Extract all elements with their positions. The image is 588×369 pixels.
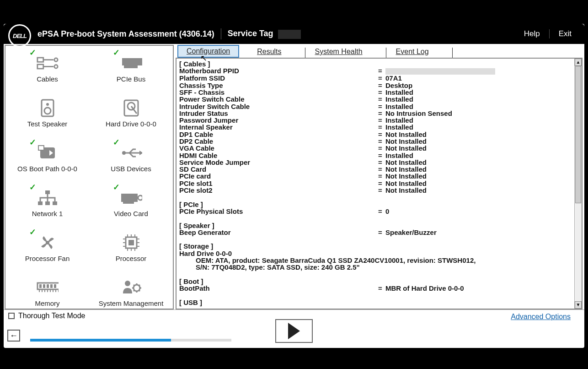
progress-fill <box>30 339 171 342</box>
config-row: VGA Cable= Not Installed <box>179 145 579 152</box>
device-cables[interactable]: ✓Cables <box>5 46 89 91</box>
svg-rect-18 <box>121 194 138 202</box>
config-label: Intruder Switch Cable <box>179 103 378 110</box>
scroll-down-icon[interactable]: ▼ <box>575 301 582 309</box>
config-label: DP2 Cable <box>179 138 378 145</box>
cpu-icon <box>120 233 142 252</box>
config-value: Not Installed <box>385 187 579 194</box>
config-value: Not Installed <box>385 180 579 187</box>
device-processor[interactable]: Processor <box>89 225 173 270</box>
config-value: Installed <box>385 103 579 110</box>
service-tag-value <box>278 30 301 39</box>
checkmark-icon: ✓ <box>113 137 120 147</box>
back-button[interactable]: ← <box>7 330 20 342</box>
scroll-up-icon[interactable]: ▲ <box>575 59 582 66</box>
configuration-text-area: [ Cables ]Motherboard PPID= Platform SSI… <box>176 58 583 309</box>
device-usb-devices[interactable]: ✓USB Devices <box>89 136 173 180</box>
config-label: Beep Generator <box>179 229 378 236</box>
config-label: PCIe Physical Slots <box>179 208 378 215</box>
device-pcie-bus[interactable]: ✓PCIe Bus <box>89 46 173 91</box>
fan-icon <box>37 233 59 252</box>
svg-rect-17 <box>53 201 57 205</box>
config-label: BootPath <box>179 285 378 292</box>
config-row: DP2 Cable= Not Installed <box>179 138 579 145</box>
svg-rect-20 <box>123 202 134 204</box>
config-section-title: [ Boot ] <box>179 278 579 285</box>
network-icon <box>37 189 59 207</box>
config-label: Internal Speaker <box>179 124 378 130</box>
device-video-card[interactable]: ✓Video Card <box>89 180 173 225</box>
device-label: Memory <box>35 299 59 307</box>
config-row: Intruder Switch Cable= Installed <box>179 103 579 110</box>
dell-logo-icon: DELL <box>8 24 31 47</box>
tab-event-log[interactable]: Event Log <box>387 46 438 58</box>
checkmark-icon: ✓ <box>29 48 36 58</box>
advanced-options-link[interactable]: Advanced Options <box>511 313 571 321</box>
svg-point-3 <box>54 65 57 68</box>
config-value: No Intrusion Sensed <box>385 110 579 117</box>
config-value: Not Installed <box>385 159 579 166</box>
device-os-boot-path-0-0-0[interactable]: ✓OS Boot Path 0-0-0 <box>5 136 89 180</box>
device-label: Network 1 <box>32 210 63 217</box>
svg-rect-4 <box>122 58 142 65</box>
device-processor-fan[interactable]: ✓Processor Fan <box>5 225 89 270</box>
svg-rect-5 <box>124 65 138 68</box>
detail-panel: Configuration Results System Health Even… <box>176 45 583 309</box>
config-value: Not Installed <box>385 138 579 145</box>
config-row: Beep Generator= Speaker/Buzzer <box>179 229 579 236</box>
checkmark-icon: ✓ <box>29 227 36 237</box>
device-label: USB Devices <box>111 165 151 173</box>
config-row: Service Mode Jumper= Not Installed <box>179 159 579 166</box>
config-label: SD Card <box>179 166 378 173</box>
config-section-title: [ USB ] <box>179 299 579 306</box>
config-row: Internal Speaker= Installed <box>179 124 579 130</box>
progress-bar <box>30 339 231 342</box>
scrollbar[interactable]: ▲ ▼ <box>574 59 582 309</box>
config-label: PCIe card <box>179 173 378 179</box>
tab-configuration[interactable]: Configuration <box>177 45 239 58</box>
config-row: DP1 Cable= Not Installed <box>179 131 579 138</box>
config-value: Installed <box>385 96 579 103</box>
config-freeform-line: Hard Drive 0-0-0 <box>179 250 579 257</box>
svg-point-30 <box>125 281 130 286</box>
svg-point-7 <box>46 103 49 106</box>
scroll-thumb[interactable] <box>575 66 581 203</box>
device-network-1[interactable]: ✓Network 1 <box>5 180 89 225</box>
tab-system-health[interactable]: System Health <box>306 46 371 58</box>
config-section-title: [ Speaker ] <box>179 222 579 229</box>
svg-rect-0 <box>37 58 43 62</box>
svg-rect-1 <box>37 64 43 68</box>
play-button[interactable] <box>275 319 313 343</box>
config-freeform-line: S/N: 7TQ048D2, type: SATA SSD, size: 240… <box>179 264 579 271</box>
redacted-value <box>385 68 495 75</box>
device-system-management[interactable]: System Management <box>89 270 173 309</box>
config-label: Power Switch Cable <box>179 96 378 103</box>
config-value: 07A1 <box>385 75 579 81</box>
tab-results[interactable]: Results <box>248 46 290 58</box>
thorough-test-checkbox[interactable] <box>8 313 15 319</box>
config-value: 0 <box>385 208 579 215</box>
svg-rect-16 <box>45 201 50 205</box>
service-tag-label: Service Tag <box>228 29 301 39</box>
device-memory[interactable]: Memory <box>5 270 89 309</box>
config-row: PCIe card= Not Installed <box>179 173 579 179</box>
config-value: Not Installed <box>385 131 579 138</box>
exit-link[interactable]: Exit <box>549 29 581 38</box>
config-value: Installed <box>385 117 579 124</box>
config-value: Not Installed <box>385 173 579 179</box>
help-link[interactable]: Help <box>515 29 549 38</box>
svg-rect-29 <box>54 284 56 288</box>
device-label: Hard Drive 0-0-0 <box>106 120 156 128</box>
device-test-speaker[interactable]: Test Speaker <box>5 91 89 136</box>
config-label: HDMI Cable <box>179 152 378 159</box>
config-label: PCIe slot1 <box>179 180 378 187</box>
divider <box>221 28 221 39</box>
device-hard-drive-0-0-0[interactable]: Hard Drive 0-0-0 <box>89 91 173 136</box>
svg-rect-15 <box>38 201 43 205</box>
config-row: Intruder Status= No Intrusion Sensed <box>179 110 579 117</box>
page-title: ePSA Pre-boot System Assessment (4306.14… <box>36 29 214 39</box>
config-row: HDMI Cable= Installed <box>179 152 579 159</box>
config-row: PCIe slot2= Not Installed <box>179 187 579 194</box>
config-label: Platform SSID <box>179 75 378 81</box>
pcie-icon <box>120 54 142 72</box>
